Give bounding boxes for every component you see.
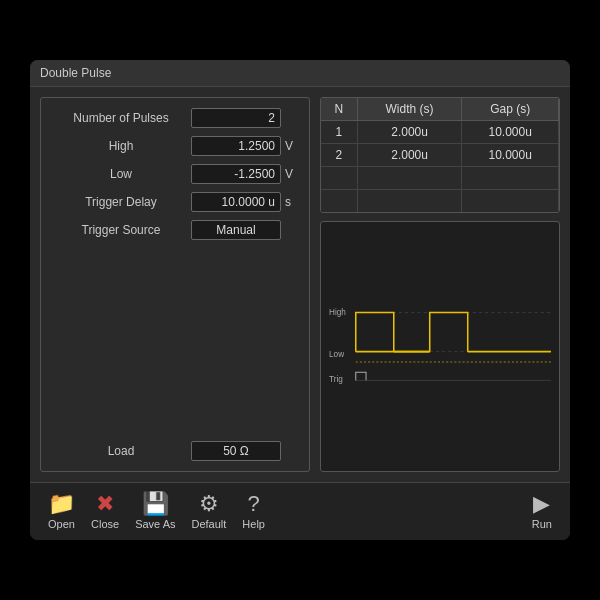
app-title: Double Pulse: [40, 66, 111, 80]
close-label: Close: [91, 518, 119, 530]
table-cell: 1: [321, 121, 357, 144]
load-label: Load: [51, 444, 191, 458]
default-label: Default: [191, 518, 226, 530]
pulses-input[interactable]: [191, 108, 281, 128]
trigger-delay-row: Trigger Delay s: [51, 192, 299, 212]
default-icon: ⚙: [199, 493, 219, 515]
table-row-empty: [321, 190, 559, 213]
load-input[interactable]: [191, 441, 281, 461]
trigger-delay-label: Trigger Delay: [51, 195, 191, 209]
high-unit: V: [285, 139, 299, 153]
high-row: High V: [51, 136, 299, 156]
close-button[interactable]: ✖ Close: [83, 489, 127, 534]
save-as-icon: 💾: [142, 493, 169, 515]
load-row: Load: [51, 433, 299, 461]
low-label: Low: [51, 167, 191, 181]
run-button[interactable]: ▶ Run: [524, 489, 560, 534]
left-panel: Number of Pulses High V Low V Trigger De…: [40, 97, 310, 472]
col-header-gap: Gap (s): [462, 98, 559, 121]
pulse-table: N Width (s) Gap (s) 12.000u10.000u22.000…: [320, 97, 560, 213]
table-cell: 10.000u: [462, 121, 559, 144]
toolbar: 📁 Open ✖ Close 💾 Save As ⚙ Default ? Hel…: [30, 482, 570, 540]
table-cell: 2.000u: [357, 144, 462, 167]
low-row: Low V: [51, 164, 299, 184]
col-header-width: Width (s): [357, 98, 462, 121]
waveform-display: High Low Trig: [320, 221, 560, 472]
close-icon: ✖: [96, 493, 114, 515]
help-icon: ?: [248, 493, 260, 515]
run-label: Run: [532, 518, 552, 530]
open-icon: 📁: [48, 493, 75, 515]
table-cell: 2: [321, 144, 357, 167]
table-cell: 10.000u: [462, 144, 559, 167]
save-as-button[interactable]: 💾 Save As: [127, 489, 183, 534]
open-button[interactable]: 📁 Open: [40, 489, 83, 534]
low-input[interactable]: [191, 164, 281, 184]
open-label: Open: [48, 518, 75, 530]
trigger-delay-input[interactable]: [191, 192, 281, 212]
title-bar: Double Pulse: [30, 60, 570, 87]
svg-text:High: High: [329, 308, 346, 317]
pulses-label: Number of Pulses: [51, 111, 191, 125]
high-label: High: [51, 139, 191, 153]
pulses-row: Number of Pulses: [51, 108, 299, 128]
trigger-source-input[interactable]: [191, 220, 281, 240]
save-as-label: Save As: [135, 518, 175, 530]
table-cell: 2.000u: [357, 121, 462, 144]
help-label: Help: [242, 518, 265, 530]
low-unit: V: [285, 167, 299, 181]
trigger-source-label: Trigger Source: [51, 223, 191, 237]
high-input[interactable]: [191, 136, 281, 156]
trigger-delay-unit: s: [285, 195, 299, 209]
table-row: 22.000u10.000u: [321, 144, 559, 167]
help-button[interactable]: ? Help: [234, 489, 273, 534]
trigger-source-row: Trigger Source: [51, 220, 299, 240]
table-row: 12.000u10.000u: [321, 121, 559, 144]
svg-text:Trig: Trig: [329, 375, 343, 384]
main-content: Number of Pulses High V Low V Trigger De…: [30, 87, 570, 482]
default-button[interactable]: ⚙ Default: [183, 489, 234, 534]
col-header-n: N: [321, 98, 357, 121]
run-icon: ▶: [533, 493, 550, 515]
table-row-empty: [321, 167, 559, 190]
svg-text:Low: Low: [329, 350, 344, 359]
right-panel: N Width (s) Gap (s) 12.000u10.000u22.000…: [320, 97, 560, 472]
